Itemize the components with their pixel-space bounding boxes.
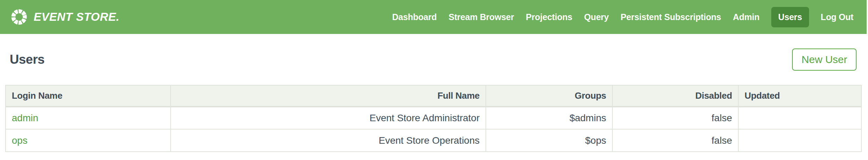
cell-disabled: false [612,129,738,152]
column-header-full-name: Full Name [171,85,486,107]
page-title: Users [10,52,44,67]
column-header-groups: Groups [486,85,612,107]
cell-disabled: false [612,107,738,129]
user-login-link[interactable]: ops [12,135,27,146]
users-table: Login Name Full Name Groups Disabled Upd… [5,85,862,152]
nav-item-stream-browser[interactable]: Stream Browser [448,12,514,22]
table-row: ops Event Store Operations $ops false [6,129,861,152]
nav-item-query[interactable]: Query [584,12,609,22]
nav-item-persistent-subscriptions[interactable]: Persistent Subscriptions [621,12,721,22]
nav-item-log-out[interactable]: Log Out [821,12,853,22]
cell-updated [738,129,861,152]
new-user-button[interactable]: New User [792,48,857,71]
brand-wordmark: EVENT STORE. [34,10,119,24]
nav-item-admin[interactable]: Admin [733,12,759,22]
nav-item-dashboard[interactable]: Dashboard [392,12,437,22]
page-header: Users New User [0,34,868,85]
cell-groups: $admins [486,107,612,129]
table-row: admin Event Store Administrator $admins … [6,107,861,129]
cell-groups: $ops [486,129,612,152]
event-store-ring-icon [10,8,28,26]
column-header-login-name: Login Name [6,85,171,107]
user-login-link[interactable]: admin [12,113,38,123]
nav-item-projections[interactable]: Projections [526,12,572,22]
cell-updated [738,107,861,129]
table-header-row: Login Name Full Name Groups Disabled Upd… [6,85,861,107]
nav-item-users[interactable]: Users [771,7,809,27]
cell-full-name: Event Store Operations [171,129,486,152]
column-header-updated: Updated [738,85,861,107]
users-table-container: Login Name Full Name Groups Disabled Upd… [5,85,861,152]
cell-full-name: Event Store Administrator [171,107,486,129]
main-nav: Dashboard Stream Browser Projections Que… [392,7,853,27]
column-header-disabled: Disabled [612,85,738,107]
event-store-logo[interactable]: EVENT STORE. [10,8,119,26]
app-header: EVENT STORE. Dashboard Stream Browser Pr… [0,0,867,34]
